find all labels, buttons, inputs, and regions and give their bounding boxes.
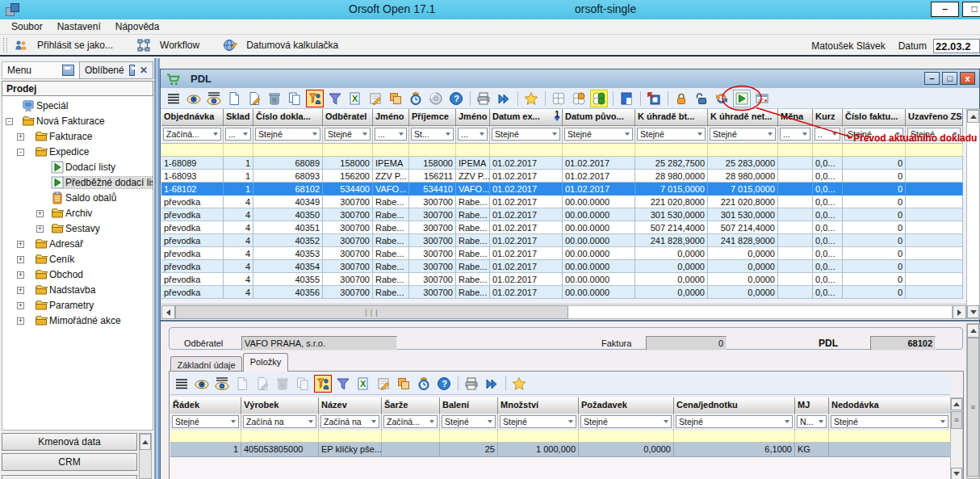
grid-cell[interactable]: KG [795,443,829,457]
grid-cell[interactable]: 28 980,0000 [708,170,778,183]
pdl-maximize-button[interactable]: □ [942,72,957,85]
grid-row[interactable]: převodka440354300700Rabe...300700Rabe...… [161,260,963,273]
column-header[interactable]: Datum ex...1 [490,109,563,126]
pdl-close-button[interactable]: x [960,72,975,85]
grid-cell[interactable]: 0,0... [813,247,843,260]
grid-cell[interactable]: 0 [843,273,906,286]
filter-input-cell[interactable] [635,144,708,157]
grid-cell[interactable]: 1 [224,170,253,183]
grid-cell[interactable]: 156200 [323,170,373,183]
grid-cell[interactable]: 0,0... [813,286,843,299]
column-header[interactable]: Název [319,397,382,414]
grid-cell[interactable]: 1 [224,183,253,195]
more-arrows-icon[interactable] [484,376,500,392]
filter-input-cell[interactable] [241,431,319,443]
grid-cell[interactable]: převodka [161,273,224,286]
grid-cell[interactable]: 0,0... [813,183,843,195]
workflow-button[interactable]: Workflow [136,37,199,53]
grid-cell[interactable]: 4 [224,286,253,299]
grid-cell[interactable]: 01.02.2017 [490,247,563,260]
disc-icon[interactable] [428,90,444,107]
login-as-button[interactable]: Přihlásit se jako... [13,37,113,53]
filter-dropdown[interactable]: Stejné [710,128,776,141]
lock-icon[interactable] [673,90,689,107]
grid-cell[interactable]: 0,0000 [635,273,708,286]
grid-cell[interactable]: 0 [843,234,906,247]
grid-cell[interactable]: 300700 [409,221,456,234]
grid-cell[interactable] [382,443,440,457]
filter-dropdown[interactable]: Stejné [564,128,633,141]
grid-cell[interactable]: 0,0... [813,234,843,247]
grid-cell[interactable]: 68093 [253,170,323,183]
grid-cell[interactable]: Rabe... [373,273,409,286]
expand-icon[interactable]: + [17,302,24,309]
grid-row[interactable]: převodka440351300700Rabe...300700Rabe...… [161,221,963,234]
filter-dropdown[interactable]: Stejné [255,128,320,141]
grid-cell[interactable]: ZZV P... [456,170,490,183]
grid-cell[interactable]: 1 [224,157,253,170]
horizontal-scrollbar[interactable]: ||| [161,304,966,320]
invoice-field[interactable]: 0 [646,336,727,351]
delete-icon[interactable] [266,90,283,107]
filter-dropdown[interactable]: ... [375,128,407,141]
detail-vertical-scrollbar[interactable]: ≡ [966,323,980,479]
list-icon[interactable] [165,90,182,107]
history-clock-icon[interactable] [408,90,424,107]
tree-item[interactable]: +Obchod [2,267,153,283]
sidebar-tab-oblibene[interactable]: Oblíbené ✕ [79,61,153,79]
menu-nastaveni[interactable]: Nastavení [50,20,108,33]
grid-cell[interactable]: 00.00.0000 [563,286,635,299]
filter-input-cell[interactable] [813,144,843,157]
tab-polozky[interactable]: Položky [243,353,288,372]
column-header[interactable]: Objednávka [161,109,224,126]
grid-cell[interactable]: 01.02.2017 [490,234,563,247]
filter-dropdown[interactable]: Stejné [580,415,672,428]
grid-cell[interactable]: 00.00.0000 [563,208,635,221]
grid-cell[interactable]: 0,0000 [708,260,778,273]
sidebar-button[interactable]: Kmenová data [2,433,137,451]
grid-cell[interactable]: 300700 [409,234,456,247]
grid-cell[interactable]: EP klíčky pše... [319,443,382,457]
excel-export-icon[interactable]: X [347,90,363,107]
grid-cell[interactable] [906,208,963,221]
filter-dropdown[interactable]: Stejné [325,128,371,141]
transfer-document-icon[interactable] [734,90,750,107]
grid-cell[interactable]: 0,0... [813,195,843,208]
grid-cell[interactable]: Rabe... [456,221,490,234]
filter-dropdown[interactable]: Stejné [172,415,239,428]
grid-cell[interactable]: 0,0000 [635,260,708,273]
unlock-icon[interactable] [693,90,710,107]
grid-cell[interactable]: 0,0000 [635,247,708,260]
new-document-icon[interactable] [226,90,242,107]
grid-cell[interactable] [778,260,813,273]
column-header[interactable]: Odběratel [323,109,373,126]
filter-dropdown[interactable]: St... [411,128,454,141]
tree-item[interactable]: Předběžné dodací listy [2,175,153,191]
grid-cell[interactable]: 158000 [323,157,373,170]
favorite-star-icon[interactable] [511,376,527,392]
filter-input-cell[interactable] [674,431,795,443]
filter-dropdown[interactable]: Začíná na [320,415,379,428]
grid-cell[interactable] [778,157,813,170]
grid-cell[interactable]: 300700 [323,247,373,260]
eye-columns-icon[interactable] [206,90,222,107]
column-header[interactable]: Cena/jednotku [674,397,795,414]
filter-input-cell[interactable] [778,144,813,157]
grid-cell[interactable]: Rabe... [456,234,490,247]
grid-cell[interactable] [778,234,813,247]
grid-cell[interactable]: 0 [843,286,906,299]
filter-dropdown[interactable]: N... [797,415,827,428]
grid-cell[interactable]: 158000 [409,157,456,170]
grid-cell[interactable]: 01.02.2017 [563,170,635,183]
column-header[interactable]: K úhradě bt... [635,109,708,126]
eye-icon[interactable] [186,90,202,107]
grid-cell[interactable]: 0,0... [813,221,843,234]
grid-cell[interactable]: 1 [170,443,241,457]
column-header[interactable]: Datum půvo... [563,109,635,126]
grid-cell[interactable] [906,195,963,208]
grid-cell[interactable] [778,247,813,260]
grid-cell[interactable]: Rabe... [373,234,409,247]
expand-icon[interactable]: + [36,210,44,217]
notes-icon[interactable] [367,90,383,107]
filter-input-cell[interactable] [373,144,409,157]
